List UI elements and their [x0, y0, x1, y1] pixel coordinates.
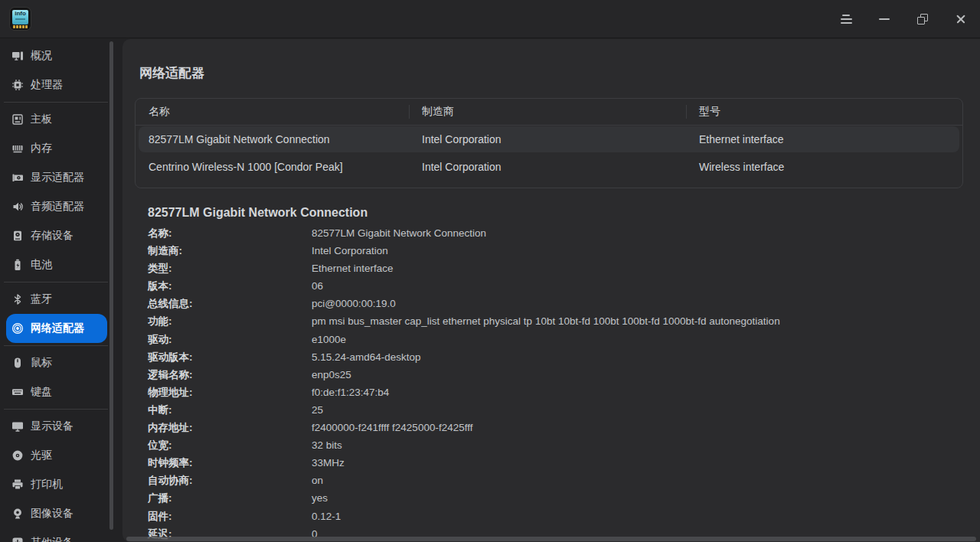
table-cell: Intel Corporation — [409, 126, 686, 153]
minimize-button[interactable] — [865, 0, 903, 38]
window-controls — [827, 0, 980, 38]
detail-row: 驱动版本:5.15.24-amd64-desktop — [148, 348, 963, 366]
horizontal-scrollbar[interactable] — [126, 537, 976, 541]
detail-value: 25 — [312, 401, 323, 419]
detail-row: 内存地址:f2400000-f241ffff f2425000-f2425fff — [148, 419, 963, 436]
detail-row: 制造商:Intel Corporation — [148, 242, 963, 260]
detail-value: on — [312, 472, 323, 489]
detail-value: 82577LM Gigabit Network Connection — [312, 224, 486, 242]
sidebar-item-gpu[interactable]: 显示适配器 — [6, 163, 107, 192]
detail-list: 名称:82577LM Gigabit Network Connection制造商… — [148, 224, 963, 542]
sidebar-item-motherboard[interactable]: 主板 — [6, 105, 107, 134]
device-table-body: 82577LM Gigabit Network ConnectionIntel … — [136, 126, 962, 181]
sidebar-item-label: 内存 — [31, 142, 52, 155]
sidebar-item-label: 其他设备 — [31, 536, 74, 542]
main-content: 网络适配器 名称制造商型号 82577LM Gigabit Network Co… — [122, 39, 980, 542]
detail-value: f2400000-f241ffff f2425000-f2425fff — [312, 419, 472, 436]
sidebar-item-keyboard[interactable]: 键盘 — [6, 377, 107, 406]
sidebar-item-label: 显示设备 — [31, 420, 74, 433]
table-cell: Intel Corporation — [409, 153, 686, 181]
table-column-header[interactable]: 型号 — [686, 99, 962, 125]
sidebar-item-camera[interactable]: 图像设备 — [6, 499, 107, 528]
sidebar-item-computer-overview[interactable]: 概况 — [6, 41, 107, 70]
memory-icon — [11, 142, 24, 155]
detail-label: 驱动版本: — [148, 348, 312, 366]
sidebar-item-cpu[interactable]: 处理器 — [6, 70, 107, 100]
table-cell: 82577LM Gigabit Network Connection — [136, 126, 409, 153]
other-device-icon — [11, 537, 24, 542]
detail-value: pm msi bus_master cap_list ethernet phys… — [312, 312, 780, 330]
detail-row: 类型:Ethernet interface — [148, 260, 963, 277]
menu-button[interactable] — [827, 0, 865, 38]
detail-row: 时钟频率:33MHz — [148, 454, 963, 472]
app-icon-chip: info — [12, 10, 28, 24]
printer-icon — [11, 478, 24, 491]
detail-label: 中断: — [148, 401, 312, 419]
sidebar: 概况处理器主板内存显示适配器音频适配器存储设备电池蓝牙网络适配器鼠标键盘显示设备… — [0, 39, 122, 542]
sidebar-item-label: 主板 — [31, 113, 52, 126]
app-icon-label: info — [12, 10, 28, 18]
sidebar-item-printer[interactable]: 打印机 — [6, 470, 107, 499]
detail-value: f0:de:f1:23:47:b4 — [312, 384, 389, 401]
app-icon[interactable]: info — [10, 8, 31, 30]
table-row[interactable]: 82577LM Gigabit Network ConnectionIntel … — [136, 126, 962, 153]
titlebar: info — [0, 0, 980, 38]
bluetooth-icon — [11, 293, 24, 305]
close-button[interactable] — [942, 0, 980, 38]
network-icon — [11, 322, 24, 335]
detail-label: 自动协商: — [148, 472, 312, 489]
sidebar-item-label: 打印机 — [31, 478, 63, 491]
sidebar-item-speaker[interactable]: 音频适配器 — [6, 192, 107, 221]
sidebar-item-hard-disk[interactable]: 存储设备 — [6, 221, 107, 250]
sidebar-item-label: 蓝牙 — [31, 292, 52, 306]
detail-value: Intel Corporation — [312, 242, 388, 260]
sidebar-item-monitor[interactable]: 显示设备 — [6, 412, 107, 441]
detail-value: pci@0000:00:19.0 — [312, 295, 396, 312]
table-column-header[interactable]: 名称 — [136, 99, 409, 125]
maximize-button[interactable] — [903, 0, 942, 38]
detail-row: 固件:0.12-1 — [148, 508, 963, 525]
detail-value: 06 — [312, 277, 323, 295]
table-column-header[interactable]: 制造商 — [409, 99, 686, 125]
sidebar-divider — [4, 409, 108, 410]
sidebar-item-mouse[interactable]: 鼠标 — [6, 348, 107, 377]
sidebar-item-battery[interactable]: 电池 — [6, 250, 107, 279]
sidebar-scrollbar[interactable] — [109, 41, 113, 530]
detail-value: 0.12-1 — [312, 508, 341, 525]
detail-row: 总线信息:pci@0000:00:19.0 — [148, 295, 963, 312]
table-cell: Wireless interface — [686, 153, 962, 181]
detail-row: 功能:pm msi bus_master cap_list ethernet p… — [148, 312, 963, 330]
detail-label: 驱动: — [148, 331, 312, 348]
detail-value: e1000e — [312, 331, 346, 348]
cpu-icon — [11, 79, 24, 91]
detail-value: 33MHz — [312, 454, 345, 472]
detail-value: 5.15.24-amd64-desktop — [312, 348, 421, 366]
sidebar-item-optical-drive[interactable]: 光驱 — [6, 441, 107, 470]
detail-label: 物理地址: — [148, 384, 312, 401]
detail-row: 位宽:32 bits — [148, 436, 963, 454]
sidebar-item-memory[interactable]: 内存 — [6, 134, 107, 163]
detail-row: 中断:25 — [148, 401, 963, 419]
keyboard-icon — [11, 386, 24, 398]
detail-value: yes — [312, 489, 328, 507]
sidebar-item-network[interactable]: 网络适配器 — [6, 314, 107, 343]
table-cell: Centrino Wireless-N 1000 [Condor Peak] — [136, 153, 409, 181]
detail-label: 位宽: — [148, 436, 312, 454]
detail-label: 版本: — [148, 277, 312, 295]
optical-drive-icon — [11, 449, 24, 462]
sidebar-item-other-device[interactable]: 其他设备 — [6, 528, 107, 542]
table-cell: Ethernet interface — [686, 126, 962, 153]
sidebar-item-label: 显示适配器 — [31, 171, 84, 184]
computer-overview-icon — [11, 50, 24, 62]
detail-label: 逻辑名称: — [148, 366, 312, 384]
detail-label: 固件: — [148, 508, 312, 525]
sidebar-items: 概况处理器主板内存显示适配器音频适配器存储设备电池蓝牙网络适配器鼠标键盘显示设备… — [0, 41, 122, 542]
detail-row: 逻辑名称:enp0s25 — [148, 366, 963, 384]
table-row[interactable]: Centrino Wireless-N 1000 [Condor Peak]In… — [136, 153, 962, 181]
gpu-icon — [11, 171, 24, 184]
motherboard-icon — [11, 113, 24, 126]
monitor-icon — [11, 420, 24, 433]
sidebar-item-label: 处理器 — [31, 78, 63, 92]
sidebar-item-bluetooth[interactable]: 蓝牙 — [6, 285, 107, 314]
maximize-icon — [917, 14, 928, 24]
